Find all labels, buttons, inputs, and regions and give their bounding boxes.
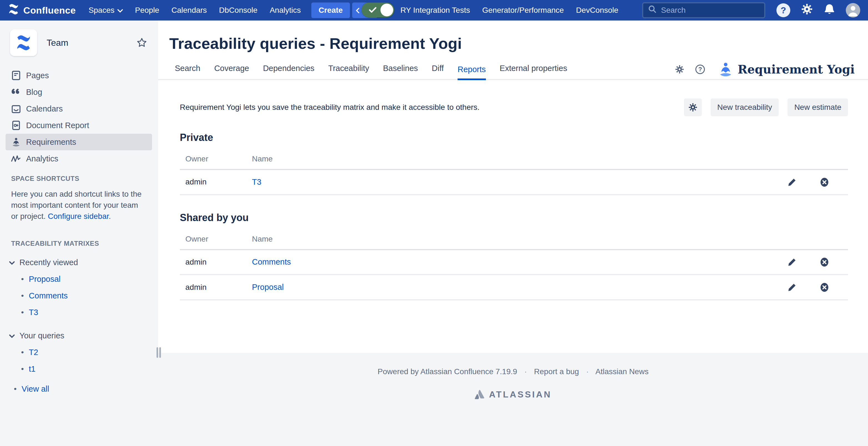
chevron-left-icon xyxy=(355,5,360,15)
pencil-icon xyxy=(787,178,797,187)
topnav-right-group: ? xyxy=(636,2,860,18)
nav-item-generator-performance[interactable]: Generator/Performance xyxy=(476,6,570,15)
nav-item-calendars[interactable]: Calendars xyxy=(165,6,213,15)
star-icon[interactable] xyxy=(136,37,147,48)
tab-diff[interactable]: Diff xyxy=(432,64,444,79)
tab-reports[interactable]: Reports xyxy=(458,65,486,80)
page-header: Traceability queries - Requirement Yogi xyxy=(158,21,868,53)
chevron-down-icon xyxy=(117,6,123,15)
space-logo[interactable] xyxy=(10,29,37,56)
content-body: Requirement Yogi lets you save the trace… xyxy=(158,98,868,300)
quote-icon xyxy=(11,88,21,96)
yogi-icon xyxy=(718,62,733,77)
nav-item-spaces[interactable]: Spaces xyxy=(83,6,129,15)
confluence-brand[interactable]: Confluence xyxy=(8,3,76,17)
tab-baselines[interactable]: Baselines xyxy=(383,64,418,79)
report-a-bug-link[interactable]: Report a bug xyxy=(534,367,579,376)
chevron-down-icon xyxy=(9,331,15,340)
notifications-button[interactable] xyxy=(824,3,835,17)
content-card: Traceability queries - Requirement Yogi … xyxy=(158,21,868,353)
nav-item-devconsole[interactable]: DevConsole xyxy=(570,6,625,15)
atlassian-news-link[interactable]: Atlassian News xyxy=(595,367,649,376)
x-circle-icon xyxy=(820,283,829,292)
sidebar-item-document-report[interactable]: Document Report xyxy=(5,117,152,134)
nav-item-people[interactable]: People xyxy=(129,6,165,15)
help-button[interactable]: ? xyxy=(695,65,705,74)
edit-button[interactable] xyxy=(787,283,797,292)
query-link[interactable]: Comments xyxy=(252,257,291,266)
new-traceability-button[interactable]: New traceability xyxy=(711,98,779,116)
gear-icon xyxy=(675,65,684,74)
sidebar-item-requirements[interactable]: Requirements xyxy=(5,134,152,150)
help-icon: ? xyxy=(776,3,790,17)
delete-button[interactable] xyxy=(820,283,829,292)
description-text: Requirement Yogi lets you save the trace… xyxy=(180,103,479,112)
confluence-logo-icon xyxy=(8,3,20,17)
sidebar-item-blog[interactable]: Blog xyxy=(5,84,152,100)
page-footer: Powered by Atlassian Confluence 7.19.9 ·… xyxy=(158,353,868,400)
query-link[interactable]: T3 xyxy=(252,178,261,186)
admin-settings-button[interactable] xyxy=(801,3,813,18)
toggle-knob xyxy=(380,4,393,17)
column-header-name: Name xyxy=(246,230,776,250)
sidebar-item-analytics[interactable]: Analytics xyxy=(5,150,152,167)
create-split-group xyxy=(352,2,394,18)
nav-item-dbconsole[interactable]: DbConsole xyxy=(213,6,264,15)
bell-icon xyxy=(824,3,835,17)
user-avatar[interactable] xyxy=(846,3,860,18)
sidebar-item-pages[interactable]: Pages xyxy=(5,67,152,84)
create-button[interactable]: Create xyxy=(311,2,350,18)
section-title-shared: Shared by you xyxy=(180,212,848,224)
view-all-link[interactable]: View all xyxy=(22,384,49,393)
report-settings-button[interactable] xyxy=(684,98,702,116)
search-input[interactable] xyxy=(661,6,750,15)
matrix-link-t3: • T3 xyxy=(0,304,158,321)
group-your-queries: Your queries • T2 • t1 xyxy=(0,327,158,377)
nav-item-analytics[interactable]: Analytics xyxy=(264,6,307,15)
search-box[interactable] xyxy=(642,2,765,18)
group-recently-viewed: Recently viewed • Proposal • Comments • … xyxy=(0,254,158,321)
query-link[interactable]: Proposal xyxy=(252,283,284,291)
matrix-link-comments: • Comments xyxy=(0,287,158,304)
delete-button[interactable] xyxy=(820,178,829,187)
matrix-link[interactable]: Proposal xyxy=(29,275,61,284)
tab-external-properties[interactable]: External properties xyxy=(500,64,567,79)
check-icon xyxy=(369,7,377,13)
column-header-owner: Owner xyxy=(180,150,246,169)
tab-coverage[interactable]: Coverage xyxy=(214,64,249,79)
private-table: Owner Name admin T3 xyxy=(180,150,848,195)
matrix-link-t2: • T2 xyxy=(0,344,158,360)
sidebar-resize-grip[interactable] xyxy=(156,347,161,358)
requirement-yogi-icon xyxy=(11,137,21,147)
pulse-icon xyxy=(11,155,21,163)
matrix-link[interactable]: t1 xyxy=(29,364,35,374)
document-report-icon xyxy=(11,121,21,130)
main-area: Traceability queries - Requirement Yogi … xyxy=(158,21,868,446)
settings-gear-button[interactable] xyxy=(675,65,684,74)
sidebar-item-calendars[interactable]: Calendars xyxy=(5,100,152,117)
gear-icon xyxy=(801,3,813,18)
tab-traceability[interactable]: Traceability xyxy=(328,64,369,79)
owner-cell: admin xyxy=(180,250,246,275)
edit-button[interactable] xyxy=(787,178,797,187)
extension-toggle-switch[interactable] xyxy=(362,2,394,18)
help-button[interactable]: ? xyxy=(776,3,790,17)
chevron-down-icon xyxy=(9,258,15,267)
actions-toolbar: New traceability New estimate xyxy=(684,98,848,116)
matrix-link[interactable]: T2 xyxy=(29,348,38,357)
edit-button[interactable] xyxy=(787,258,797,266)
new-estimate-button[interactable]: New estimate xyxy=(787,98,848,116)
delete-button[interactable] xyxy=(820,257,829,267)
tab-search[interactable]: Search xyxy=(175,64,200,79)
matrix-link[interactable]: T3 xyxy=(29,308,38,317)
matrix-link[interactable]: Comments xyxy=(29,291,68,300)
tabs-row: Search Coverage Dependencies Traceabilit… xyxy=(158,62,868,80)
app-body: Team Pages Blog xyxy=(0,21,868,446)
top-navigation-bar: Confluence Spaces People Calendars DbCon… xyxy=(0,0,868,21)
tab-dependencies[interactable]: Dependencies xyxy=(263,64,314,79)
nav-item-ry-integration-tests[interactable]: RY Integration Tests xyxy=(394,6,476,15)
view-all-item: • View all xyxy=(0,381,158,397)
group-recently-viewed-toggle[interactable]: Recently viewed xyxy=(0,254,158,271)
group-your-queries-toggle[interactable]: Your queries xyxy=(0,327,158,344)
configure-sidebar-link[interactable]: Configure sidebar xyxy=(48,212,108,221)
